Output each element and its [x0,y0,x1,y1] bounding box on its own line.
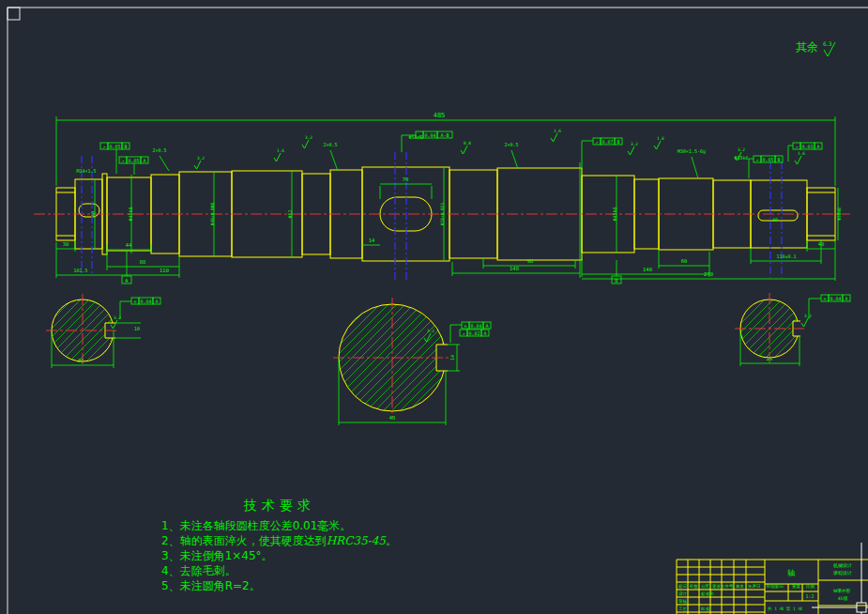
svg-text:↗: ↗ [595,139,598,145]
svg-text:3.2: 3.2 [305,135,312,140]
dim-label: 更改文件号 [712,583,734,589]
tech-item-1: 1、未注各轴段圆柱度公差0.01毫米。 [161,518,471,533]
dim-label: 10 [134,326,140,331]
dim-label: 处数 [690,583,699,589]
dim-label: 28 [78,358,84,363]
roughness-mark: 0.8 [461,141,471,154]
dim-label: 98 [527,258,534,264]
svg-text:=: = [133,299,136,304]
dim-label: 阶段标记 [767,583,784,590]
dim-label: 102.5 [73,268,87,273]
svg-text:↗: ↗ [121,158,124,163]
svg-text:A: A [483,330,486,336]
roughness-mark: 1.6 [274,148,284,161]
gdt-frame: ↗0.05A [119,157,148,163]
svg-text:3.2: 3.2 [738,147,745,152]
svg-text:A: A [816,144,819,149]
svg-text:A-B: A-B [440,132,449,138]
dim-label: 课程设计 [833,570,852,576]
dim-label: 45钢 [838,595,847,601]
dim-label: 重量 [792,583,801,589]
dim-label: Φ30m6 [837,207,842,221]
dim-label: 共 1 张 第 1 张 [768,606,802,611]
dim-label: 40 [818,241,825,247]
dim-label: 485 [434,112,446,119]
svg-text:↗: ↗ [102,144,105,149]
dim-label: A [125,278,129,284]
dim-label: 88 [140,259,146,265]
svg-text:=: = [823,296,826,301]
dim-label: 48 [389,415,396,421]
dim-label: M30×1.5-6g [678,148,706,155]
dim-label: 设计 [678,591,688,596]
dim-label: 30 [63,241,69,247]
dim-label: 26 [767,356,773,361]
svg-text:1.6: 1.6 [657,136,664,141]
gdt-frame: ↗0.02A [460,330,489,336]
gdt-frame: ↗0.05B [100,143,129,149]
dim-label: 2×0.5 [323,142,337,147]
svg-text:B: B [617,139,619,145]
dim-label: 70 [403,177,409,182]
roughness-mark: 3.2 [628,142,638,155]
surplus-label: 其余 [796,39,818,55]
dim-label: 14 [369,238,375,243]
dim-label: 60 [681,258,688,264]
dimension-lines [52,116,838,425]
tech-requirements-title: 技术要求 [244,498,471,514]
dim-label: Φ45k6 [612,207,617,221]
dim-label: Φ52 [287,209,293,218]
svg-text:A: A [155,299,158,304]
svg-text:0.04: 0.04 [470,323,481,329]
roughness-mark: 3.2 [302,135,312,148]
roughness-mark: 3.2 [194,156,205,169]
dim-label: 工艺 [678,606,688,611]
svg-text:↗: ↗ [755,157,758,162]
svg-text:0.8: 0.8 [464,141,471,146]
dim-label: Φ58+0.021 [440,203,445,226]
dim-label: M24×1.5 [76,168,96,174]
dim-label: Φ45k6 [128,207,133,221]
svg-text:0.05: 0.05 [762,157,773,162]
dim-label: 110 [160,268,169,273]
svg-text:0.07: 0.07 [602,139,613,145]
svg-text:0.04: 0.04 [830,296,841,301]
dim-label: 14 [449,355,455,361]
svg-text:3.2: 3.2 [427,329,434,333]
crosshair-cursor [812,543,868,614]
tech-item-5: 5、未注圆角R=2。 [161,578,471,593]
dim-label: 1:2 [805,593,814,599]
svg-text:3.2: 3.2 [631,142,638,146]
dim-label: 44 [126,242,132,248]
centerlines [34,214,850,418]
svg-text:0.05: 0.05 [109,144,120,149]
roughness-symbol-icon: 6.3 [821,39,842,58]
dim-label: 270 [704,271,713,277]
gdt-frame: ↗0.07B [593,138,622,145]
dim-label: 签名 [736,584,744,589]
gdt-frame: ↗0.05B [754,156,783,162]
tech-item-4: 4、去除毛刺。 [161,563,471,578]
dim-label: 标准化 [700,591,714,597]
svg-text:3.2: 3.2 [114,315,121,320]
roughness-mark: 3.2 [801,314,812,327]
svg-text:6.3: 6.3 [823,40,832,47]
svg-text:↗: ↗ [795,144,798,149]
dim-label: 40 [90,211,96,217]
tech-item-2: 2、轴的表面淬火，使其硬度达到HRC35-45。 [161,533,471,548]
dim-label: 2×0.5 [152,147,166,153]
dim-label: 148 [510,266,519,271]
roughness-mark: 1.6 [654,136,664,149]
gdt-frame: =0.04A [462,322,491,329]
dim-label: 分区 [701,583,710,589]
svg-text:↗: ↗ [462,330,464,336]
svg-text:B: B [777,157,780,162]
svg-text:0.04: 0.04 [424,132,435,138]
gdt-frame: =0.04A [821,295,850,301]
svg-text:B: B [124,144,127,149]
svg-text:1.6: 1.6 [554,129,561,133]
dim-label: 年月日 [748,584,761,589]
cad-workspace: 485304488110102.57014981481406040110±0.1… [0,0,868,614]
dim-label: 110±0.1 [776,253,796,259]
roughness-mark: 1.6 [551,129,561,142]
